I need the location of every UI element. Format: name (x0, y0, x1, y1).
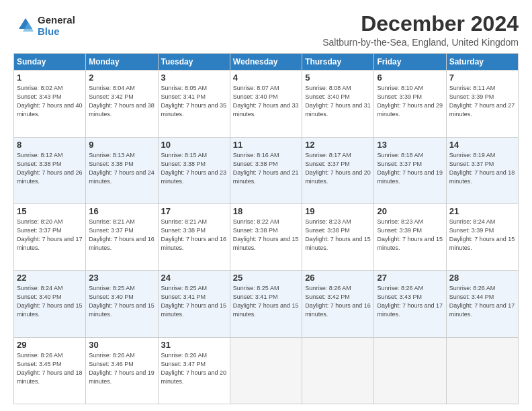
day-info: Sunrise: 8:10 AMSunset: 3:39 PMDaylight:… (377, 84, 443, 119)
calendar-week-2: 8Sunrise: 8:12 AMSunset: 3:38 PMDaylight… (14, 137, 519, 203)
logo-blue: Blue (38, 26, 75, 38)
col-tuesday: Tuesday (158, 54, 230, 71)
day-info: Sunrise: 8:15 AMSunset: 3:38 PMDaylight:… (161, 151, 227, 186)
day-info: Sunrise: 8:22 AMSunset: 3:38 PMDaylight:… (233, 218, 299, 253)
logo-icon (13, 15, 35, 37)
calendar-cell: 2Sunrise: 8:04 AMSunset: 3:42 PMDaylight… (86, 71, 158, 137)
page: General Blue December 2024 Saltburn-by-t… (0, 0, 532, 411)
day-info: Sunrise: 8:25 AMSunset: 3:41 PMDaylight:… (161, 284, 227, 319)
logo-text: General Blue (38, 15, 75, 37)
calendar-cell: 10Sunrise: 8:15 AMSunset: 3:38 PMDayligh… (158, 137, 230, 203)
calendar-cell: 11Sunrise: 8:16 AMSunset: 3:38 PMDayligh… (230, 137, 302, 203)
day-info: Sunrise: 8:24 AMSunset: 3:40 PMDaylight:… (17, 284, 83, 319)
day-info: Sunrise: 8:02 AMSunset: 3:43 PMDaylight:… (17, 84, 83, 119)
logo: General Blue (13, 15, 75, 37)
calendar-cell: 14Sunrise: 8:19 AMSunset: 3:37 PMDayligh… (446, 137, 518, 203)
calendar-cell: 25Sunrise: 8:25 AMSunset: 3:41 PMDayligh… (230, 271, 302, 337)
calendar-cell: 3Sunrise: 8:05 AMSunset: 3:41 PMDaylight… (158, 71, 230, 137)
day-number: 22 (17, 273, 83, 283)
day-number: 28 (449, 273, 515, 283)
col-sunday: Sunday (14, 54, 86, 71)
calendar-cell: 19Sunrise: 8:23 AMSunset: 3:38 PMDayligh… (302, 203, 374, 270)
day-number: 8 (17, 140, 83, 150)
day-info: Sunrise: 8:13 AMSunset: 3:38 PMDaylight:… (89, 151, 154, 186)
day-info: Sunrise: 8:11 AMSunset: 3:39 PMDaylight:… (449, 84, 515, 119)
calendar-cell: 30Sunrise: 8:26 AMSunset: 3:46 PMDayligh… (86, 337, 158, 404)
day-info: Sunrise: 8:04 AMSunset: 3:42 PMDaylight:… (89, 84, 154, 119)
day-info: Sunrise: 8:05 AMSunset: 3:41 PMDaylight:… (161, 84, 227, 119)
day-info: Sunrise: 8:17 AMSunset: 3:37 PMDaylight:… (305, 151, 371, 186)
calendar-cell: 8Sunrise: 8:12 AMSunset: 3:38 PMDaylight… (14, 137, 86, 203)
col-friday: Friday (374, 54, 446, 71)
day-number: 2 (89, 73, 154, 83)
day-number: 15 (17, 206, 83, 216)
calendar-cell: 20Sunrise: 8:23 AMSunset: 3:39 PMDayligh… (374, 203, 446, 270)
calendar-cell (230, 337, 302, 404)
calendar-cell: 9Sunrise: 8:13 AMSunset: 3:38 PMDaylight… (86, 137, 158, 203)
col-thursday: Thursday (302, 54, 374, 71)
location-subtitle: Saltburn-by-the-Sea, England, United Kin… (322, 37, 519, 48)
day-number: 9 (89, 140, 154, 150)
day-info: Sunrise: 8:21 AMSunset: 3:37 PMDaylight:… (89, 218, 154, 253)
day-info: Sunrise: 8:08 AMSunset: 3:40 PMDaylight:… (305, 84, 371, 119)
day-number: 30 (89, 340, 154, 350)
calendar: Sunday Monday Tuesday Wednesday Thursday… (13, 53, 519, 404)
calendar-cell: 24Sunrise: 8:25 AMSunset: 3:41 PMDayligh… (158, 271, 230, 337)
calendar-cell: 12Sunrise: 8:17 AMSunset: 3:37 PMDayligh… (302, 137, 374, 203)
col-saturday: Saturday (446, 54, 518, 71)
calendar-week-4: 22Sunrise: 8:24 AMSunset: 3:40 PMDayligh… (14, 271, 519, 337)
day-number: 19 (305, 206, 371, 216)
calendar-cell: 17Sunrise: 8:21 AMSunset: 3:38 PMDayligh… (158, 203, 230, 270)
day-number: 7 (449, 73, 515, 83)
calendar-cell: 29Sunrise: 8:26 AMSunset: 3:45 PMDayligh… (14, 337, 86, 404)
calendar-week-1: 1Sunrise: 8:02 AMSunset: 3:43 PMDaylight… (14, 71, 519, 137)
calendar-cell: 31Sunrise: 8:26 AMSunset: 3:47 PMDayligh… (158, 337, 230, 404)
day-number: 6 (377, 73, 443, 83)
header: General Blue December 2024 Saltburn-by-t… (13, 12, 519, 48)
day-info: Sunrise: 8:23 AMSunset: 3:38 PMDaylight:… (305, 218, 371, 253)
day-number: 12 (305, 140, 371, 150)
day-number: 3 (161, 73, 227, 83)
day-info: Sunrise: 8:26 AMSunset: 3:44 PMDaylight:… (449, 284, 515, 319)
calendar-cell: 27Sunrise: 8:26 AMSunset: 3:43 PMDayligh… (374, 271, 446, 337)
day-number: 10 (161, 140, 227, 150)
day-number: 17 (161, 206, 227, 216)
day-info: Sunrise: 8:20 AMSunset: 3:37 PMDaylight:… (17, 218, 83, 253)
day-number: 4 (233, 73, 299, 83)
month-title: December 2024 (322, 12, 519, 36)
calendar-cell: 6Sunrise: 8:10 AMSunset: 3:39 PMDaylight… (374, 71, 446, 137)
calendar-cell: 7Sunrise: 8:11 AMSunset: 3:39 PMDaylight… (446, 71, 518, 137)
day-number: 23 (89, 273, 154, 283)
day-info: Sunrise: 8:25 AMSunset: 3:40 PMDaylight:… (89, 284, 154, 319)
day-info: Sunrise: 8:07 AMSunset: 3:40 PMDaylight:… (233, 84, 299, 119)
day-number: 24 (161, 273, 227, 283)
day-info: Sunrise: 8:24 AMSunset: 3:39 PMDaylight:… (449, 218, 515, 253)
day-info: Sunrise: 8:16 AMSunset: 3:38 PMDaylight:… (233, 151, 299, 186)
calendar-cell: 26Sunrise: 8:26 AMSunset: 3:42 PMDayligh… (302, 271, 374, 337)
day-info: Sunrise: 8:18 AMSunset: 3:37 PMDaylight:… (377, 151, 443, 186)
calendar-cell: 23Sunrise: 8:25 AMSunset: 3:40 PMDayligh… (86, 271, 158, 337)
calendar-cell: 22Sunrise: 8:24 AMSunset: 3:40 PMDayligh… (14, 271, 86, 337)
day-info: Sunrise: 8:19 AMSunset: 3:37 PMDaylight:… (449, 151, 515, 186)
calendar-cell (374, 337, 446, 404)
col-monday: Monday (86, 54, 158, 71)
calendar-week-3: 15Sunrise: 8:20 AMSunset: 3:37 PMDayligh… (14, 203, 519, 270)
day-number: 27 (377, 273, 443, 283)
calendar-cell: 4Sunrise: 8:07 AMSunset: 3:40 PMDaylight… (230, 71, 302, 137)
day-info: Sunrise: 8:21 AMSunset: 3:38 PMDaylight:… (161, 218, 227, 253)
day-info: Sunrise: 8:26 AMSunset: 3:46 PMDaylight:… (89, 351, 154, 386)
day-info: Sunrise: 8:26 AMSunset: 3:47 PMDaylight:… (161, 351, 227, 386)
calendar-week-5: 29Sunrise: 8:26 AMSunset: 3:45 PMDayligh… (14, 337, 519, 404)
day-number: 1 (17, 73, 83, 83)
day-number: 16 (89, 206, 154, 216)
day-number: 11 (233, 140, 299, 150)
day-number: 14 (449, 140, 515, 150)
day-info: Sunrise: 8:12 AMSunset: 3:38 PMDaylight:… (17, 151, 83, 186)
col-wednesday: Wednesday (230, 54, 302, 71)
day-number: 20 (377, 206, 443, 216)
calendar-cell: 1Sunrise: 8:02 AMSunset: 3:43 PMDaylight… (14, 71, 86, 137)
day-number: 18 (233, 206, 299, 216)
day-number: 26 (305, 273, 371, 283)
day-info: Sunrise: 8:25 AMSunset: 3:41 PMDaylight:… (233, 284, 299, 319)
calendar-cell: 5Sunrise: 8:08 AMSunset: 3:40 PMDaylight… (302, 71, 374, 137)
